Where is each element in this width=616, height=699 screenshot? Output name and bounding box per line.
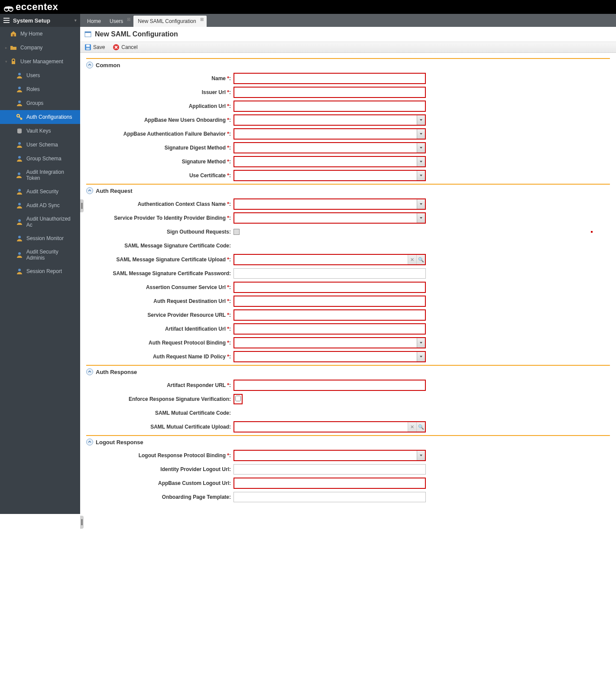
section-logout-response: Logout ResponseLogout Response Protocol … <box>86 435 610 503</box>
collapse-button[interactable] <box>86 187 93 194</box>
search-icon[interactable]: 🔍 <box>416 422 425 432</box>
section-title: Common <box>96 62 120 68</box>
section-header: Auth Request <box>86 187 610 194</box>
sidebar-item-label: Audit AD Sync <box>26 202 60 208</box>
select-input[interactable] <box>234 451 417 460</box>
select-input[interactable] <box>234 199 417 209</box>
tab-new-saml-configuration[interactable]: New SAML Configuration⊠ <box>133 16 206 27</box>
svg-point-15 <box>18 236 21 238</box>
sidebar-item-roles[interactable]: Roles <box>0 82 80 96</box>
hamburger-icon <box>3 18 10 23</box>
sidebar-item-user-schema[interactable]: User Schema <box>0 138 80 152</box>
text-input[interactable] <box>234 296 425 306</box>
svg-rect-19 <box>85 32 91 33</box>
text-input[interactable] <box>234 74 425 83</box>
tree-toggle-icon: ▾ <box>5 59 9 64</box>
sidebar-item-group-schema[interactable]: Group Schema <box>0 152 80 166</box>
sidebar-item-audit-unauthorized-ac[interactable]: Audit Unauthorized Ac <box>0 212 80 231</box>
chevron-down-icon <box>417 171 425 180</box>
select-input[interactable] <box>234 171 417 180</box>
collapse-button[interactable] <box>86 62 93 68</box>
select-input[interactable] <box>234 338 417 348</box>
form-label: Application Url *: <box>86 103 233 109</box>
sidebar-item-label: Session Report <box>26 268 62 274</box>
tab-label: Home <box>87 18 101 24</box>
sidebar-item-session-report[interactable]: Session Report <box>0 264 80 278</box>
sidebar-item-vault-keys[interactable]: Vault Keys <box>0 124 80 138</box>
cancel-button[interactable]: Cancel <box>111 43 139 52</box>
sidebar-item-audit-security-adminis[interactable]: Audit Security Adminis <box>0 245 80 264</box>
sidebar-item-audit-security[interactable]: Audit Security <box>0 185 80 198</box>
svg-point-6 <box>18 101 21 103</box>
user-icon <box>16 251 23 258</box>
form-row: AppBase Custom Logout Url: <box>86 478 610 489</box>
splitter-handle[interactable] <box>80 199 84 212</box>
sidebar-item-label: Audit Security Adminis <box>26 249 76 261</box>
sidebar-item-session-monitor[interactable]: Session Monitor <box>0 231 80 245</box>
sidebar-item-label: Session Monitor <box>26 235 64 241</box>
form-row: Artifact Identification Url *: <box>86 323 610 335</box>
sidebar-header[interactable]: System Setup ▾ <box>0 14 80 27</box>
sidebar-item-auth-configurations[interactable]: Auth Configurations <box>0 110 80 124</box>
select-input[interactable] <box>234 143 417 153</box>
toolbar: Save Cancel <box>80 42 616 53</box>
close-icon[interactable]: ⊠ <box>127 17 130 22</box>
user-icon <box>16 188 23 195</box>
svg-rect-3 <box>12 61 15 64</box>
form-row: Issuer Url *: <box>86 87 610 98</box>
sidebar-item-label: Audit Integration Token <box>26 169 76 181</box>
text-input[interactable] <box>234 269 425 278</box>
save-button[interactable]: Save <box>83 43 107 52</box>
section-title: Auth Request <box>96 188 133 194</box>
select-input[interactable] <box>234 115 417 125</box>
form-label: Service Provider To Identity Provider Bi… <box>86 215 233 221</box>
select-input[interactable] <box>234 129 417 139</box>
clear-icon[interactable]: ✕ <box>408 422 416 432</box>
sidebar-item-users[interactable]: Users <box>0 68 80 82</box>
text-input[interactable] <box>234 88 425 97</box>
select-input[interactable] <box>234 352 417 361</box>
checkbox[interactable] <box>233 229 240 235</box>
collapse-button[interactable] <box>86 368 93 375</box>
select-input[interactable] <box>234 157 417 166</box>
sidebar-item-audit-integration-token[interactable]: Audit Integration Token <box>0 166 80 185</box>
text-input[interactable] <box>234 310 425 320</box>
text-input[interactable] <box>234 324 425 334</box>
text-input[interactable] <box>234 101 425 111</box>
upload-input[interactable] <box>234 255 408 264</box>
clear-icon[interactable]: ✕ <box>408 255 416 264</box>
search-icon[interactable]: 🔍 <box>416 255 425 264</box>
sidebar-item-company[interactable]: ▸Company <box>0 41 80 55</box>
sidebar-item-user-management[interactable]: ▾User Management <box>0 55 80 68</box>
sidebar-item-groups[interactable]: Groups <box>0 96 80 110</box>
svg-point-4 <box>18 73 21 75</box>
text-input[interactable] <box>234 380 425 390</box>
user-icon <box>16 100 23 107</box>
checkbox[interactable] <box>235 396 241 401</box>
sidebar-item-my-home[interactable]: My Home <box>0 27 80 41</box>
text-input[interactable] <box>234 492 425 502</box>
section-header: Auth Response <box>86 368 610 375</box>
select-input[interactable] <box>234 213 417 223</box>
tab-home[interactable]: Home <box>83 16 105 27</box>
form-row: Enforce Response Signature Verification: <box>86 393 610 405</box>
upload-input[interactable] <box>234 422 408 432</box>
sidebar-item-audit-ad-sync[interactable]: Audit AD Sync <box>0 198 80 212</box>
text-input[interactable] <box>234 478 425 488</box>
svg-rect-2 <box>13 34 14 36</box>
text-input[interactable] <box>234 283 425 292</box>
tab-users[interactable]: Users⊠ <box>105 16 133 27</box>
page-title-bar: New SAML Configuration <box>80 27 616 42</box>
close-icon[interactable]: ⊠ <box>200 17 204 22</box>
sidebar-item-label: User Management <box>20 59 63 65</box>
section-header: Common <box>86 62 610 68</box>
svg-point-5 <box>18 87 21 89</box>
text-input[interactable] <box>234 465 425 474</box>
form-label: Onboarding Page Template: <box>86 494 233 500</box>
collapse-button[interactable] <box>86 439 93 445</box>
form-row: AppBase New Users Onboarding *: <box>86 114 610 126</box>
indicator-dot <box>591 231 593 233</box>
sidebar-dropdown-icon: ▾ <box>75 18 77 23</box>
window-icon <box>84 31 91 38</box>
sidebar-item-label: Company <box>20 45 42 51</box>
